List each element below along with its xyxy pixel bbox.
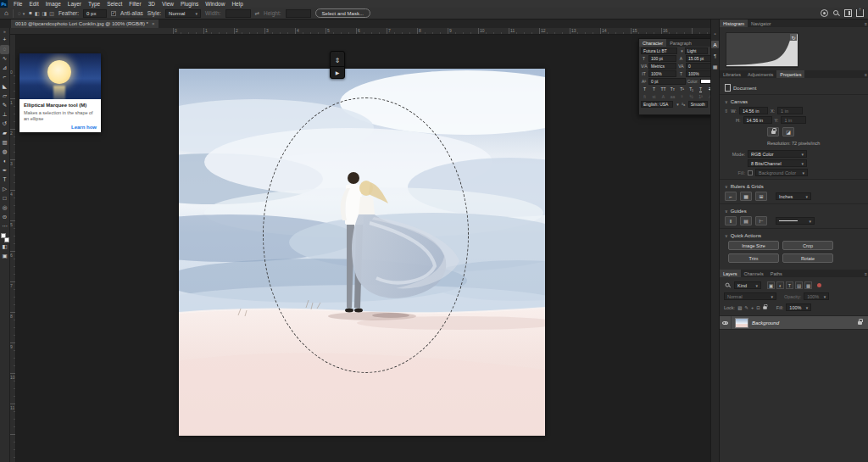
edit-toolbar-button[interactable]: ⋯ bbox=[0, 222, 9, 231]
play-button[interactable]: ▶ bbox=[331, 66, 344, 78]
healing-brush-tool[interactable]: ▱ bbox=[0, 92, 9, 101]
quick-action-button[interactable]: Rotate bbox=[782, 253, 833, 263]
color-swatches[interactable] bbox=[1, 233, 9, 242]
panel-menu-icon[interactable]: ≡ bbox=[865, 270, 868, 277]
menu-item[interactable]: Type bbox=[85, 0, 103, 8]
superscript-icon[interactable]: T¹ bbox=[678, 86, 686, 92]
chevron-down-icon[interactable]: ∨ bbox=[725, 209, 728, 214]
history-brush-tool[interactable]: ↺ bbox=[0, 120, 9, 129]
lock-all-icon[interactable] bbox=[763, 306, 767, 309]
tool-preset-icon[interactable]: ◌▾ bbox=[18, 10, 25, 16]
filter-smart-objects-icon[interactable]: ▦ bbox=[804, 281, 812, 289]
eyedropper-tool[interactable]: ◣ bbox=[0, 82, 9, 92]
blur-tool[interactable]: ◍ bbox=[0, 148, 9, 157]
lock-transparency-icon[interactable]: ▨ bbox=[737, 305, 742, 310]
document-tab[interactable]: 0010 @lipcandcophoto Lori Conklin.jpg @ … bbox=[11, 19, 159, 28]
blend-mode-select[interactable]: Normal▾ bbox=[724, 292, 776, 300]
select-and-mask-button[interactable]: Select and Mask... bbox=[315, 8, 370, 18]
all-caps-icon[interactable]: TT bbox=[659, 86, 667, 92]
panel-tab[interactable]: Adjustments bbox=[744, 70, 776, 78]
character-dock-icon[interactable]: A bbox=[711, 41, 719, 48]
canvas-x-input[interactable]: 1 in bbox=[777, 107, 803, 114]
elliptical-selection[interactable] bbox=[263, 97, 469, 373]
small-caps-icon[interactable]: Tт bbox=[669, 86, 676, 92]
ruler-icon[interactable]: ⌐ bbox=[725, 192, 737, 201]
menu-item[interactable]: Filter bbox=[125, 0, 144, 8]
home-icon[interactable]: ⌂ bbox=[4, 9, 8, 17]
menu-item[interactable]: Layer bbox=[64, 0, 85, 8]
clear-guides-icon[interactable]: ⊢ bbox=[755, 216, 767, 225]
color-mode-select[interactable]: RGB Color▾ bbox=[748, 150, 807, 158]
subtract-from-selection-icon[interactable]: ◨ bbox=[42, 10, 47, 16]
screen-mode-button[interactable]: ▣ bbox=[0, 252, 9, 261]
rotate-canvas-button[interactable]: ◪ bbox=[782, 127, 794, 136]
ordinals-icon[interactable]: 1ª bbox=[697, 93, 704, 100]
filter-adjustment-layers-icon[interactable]: ◐ bbox=[776, 281, 784, 289]
bit-depth-select[interactable]: 8 Bits/Channel▾ bbox=[748, 159, 807, 167]
eraser-tool[interactable]: ▰ bbox=[0, 129, 9, 138]
panel-menu-icon[interactable]: ≡ bbox=[865, 19, 868, 27]
add-to-selection-icon[interactable]: ◧ bbox=[35, 10, 40, 16]
refresh-histogram-icon[interactable]: ↻ bbox=[790, 34, 797, 41]
zoom-tool[interactable]: ⊙ bbox=[0, 213, 9, 222]
chevron-down-icon[interactable]: ∨ bbox=[725, 99, 728, 104]
menu-item[interactable]: Window bbox=[202, 0, 228, 8]
menu-item[interactable]: Select bbox=[103, 0, 125, 8]
foreground-color-swatch[interactable] bbox=[1, 233, 6, 238]
style-select[interactable]: Normal▾ bbox=[165, 9, 201, 18]
quick-action-button[interactable]: Trim bbox=[728, 253, 779, 263]
swash-icon[interactable]: aa bbox=[669, 93, 676, 100]
guide-style-select[interactable]: ▾ bbox=[776, 217, 815, 225]
units-select[interactable]: Inches▾ bbox=[776, 192, 811, 200]
paragraph-dock-icon[interactable]: ¶ bbox=[711, 52, 719, 59]
libraries-dock-icon[interactable]: ▫ bbox=[711, 30, 719, 37]
layer-visibility-toggle[interactable] bbox=[720, 316, 732, 329]
chevron-down-icon[interactable]: ∨ bbox=[725, 184, 728, 189]
menu-item[interactable]: Help bbox=[228, 0, 246, 8]
quick-selection-tool[interactable]: ⊿ bbox=[0, 64, 9, 73]
vertical-ruler[interactable]: 01234567891011 bbox=[10, 35, 16, 462]
anti-aliasing-select[interactable]: Smooth bbox=[688, 101, 709, 108]
workspace-switcher-icon[interactable] bbox=[844, 9, 852, 17]
vertical-scale-input[interactable]: 100% bbox=[648, 70, 676, 77]
smart-guides-icon[interactable]: ▤ bbox=[740, 216, 752, 225]
menu-item[interactable]: 3D bbox=[145, 0, 159, 8]
brush-tool[interactable]: ✎ bbox=[0, 101, 9, 110]
panel-tab[interactable]: Properties bbox=[776, 70, 804, 78]
menu-item[interactable]: Edit bbox=[25, 0, 42, 8]
height-input[interactable] bbox=[286, 9, 311, 18]
chevron-down-icon[interactable]: ∨ bbox=[725, 233, 728, 238]
quick-mask-button[interactable]: ◧ bbox=[0, 242, 9, 252]
discretionary-ligatures-icon[interactable]: A bbox=[659, 93, 667, 100]
panel-tab[interactable]: Libraries bbox=[720, 70, 744, 78]
guides-icon[interactable]: ‖ bbox=[725, 216, 737, 225]
panel-tab[interactable]: Histogram bbox=[720, 19, 748, 27]
menu-item[interactable]: File bbox=[10, 0, 25, 8]
move-tool[interactable]: + bbox=[0, 36, 9, 45]
glyphs-dock-icon[interactable]: ▦ bbox=[711, 63, 719, 70]
canvas-widget[interactable]: · · ⇕ ▶ bbox=[330, 51, 345, 79]
panel-tab[interactable]: Paragraph bbox=[666, 39, 695, 47]
width-input[interactable] bbox=[225, 9, 251, 18]
path-selection-tool[interactable]: ▷ bbox=[0, 185, 9, 194]
crop-tool[interactable]: ⌐ bbox=[0, 73, 9, 82]
link-dimensions-icon[interactable]: ∞ bbox=[724, 109, 729, 112]
share-icon[interactable] bbox=[856, 9, 864, 17]
gradient-tool[interactable]: ▥ bbox=[0, 138, 9, 148]
subscript-icon[interactable]: T₁ bbox=[687, 86, 695, 92]
panel-tab[interactable]: Layers bbox=[720, 270, 741, 277]
swap-dimensions-icon[interactable]: ⇄ bbox=[255, 10, 259, 17]
lock-pixels-icon[interactable]: ✎ bbox=[744, 305, 748, 310]
canvas-y-input[interactable]: 1 in bbox=[781, 116, 806, 124]
ligatures-icon[interactable]: fi bbox=[641, 93, 648, 100]
fill-select[interactable]: Background Color▾ bbox=[755, 169, 808, 176]
underline-icon[interactable]: T bbox=[697, 86, 704, 92]
quick-action-button[interactable]: Image Size bbox=[728, 241, 779, 250]
canvas-height-input[interactable]: 14.56 in bbox=[743, 116, 772, 124]
pixel-grid-icon[interactable]: ⊞ bbox=[755, 192, 767, 201]
shape-tool[interactable]: □ bbox=[0, 194, 9, 203]
contextual-alternates-icon[interactable]: st bbox=[650, 93, 658, 100]
collapse-toolbar-icon[interactable]: » bbox=[3, 29, 6, 36]
filter-pixel-layers-icon[interactable]: ▣ bbox=[767, 281, 775, 289]
elliptical-marquee-tool[interactable]: ◌ bbox=[0, 45, 9, 54]
